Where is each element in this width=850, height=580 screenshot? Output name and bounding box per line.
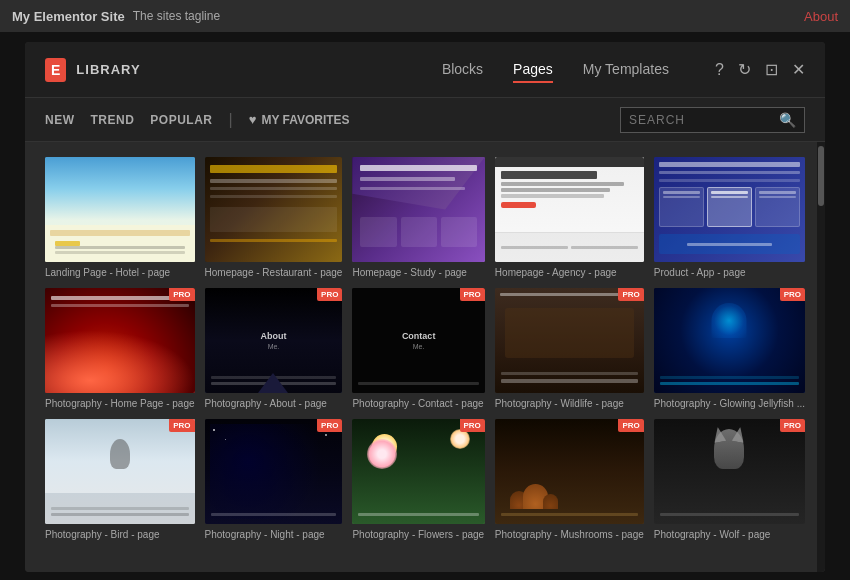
site-title: My Elementor Site	[12, 9, 125, 24]
template-card-night[interactable]: PROPhotography - Night - page	[205, 419, 343, 540]
template-label-wolf: Photography - Wolf - page	[654, 529, 805, 540]
modal-tabs: Blocks Pages My Templates	[396, 57, 715, 83]
template-card-product[interactable]: Product - App - page	[654, 157, 805, 278]
header-icons: ? ↻ ⊡ ✕	[715, 60, 805, 79]
template-label-restaurant: Homepage - Restaurant - page	[205, 267, 343, 278]
search-input[interactable]	[629, 113, 779, 127]
template-card-restaurant[interactable]: Homepage - Restaurant - page	[205, 157, 343, 278]
template-card-photo-jellyfish[interactable]: PROPhotography - Glowing Jellyfish ...	[654, 288, 805, 409]
search-area[interactable]: 🔍	[620, 107, 805, 133]
pro-badge-night: PRO	[317, 419, 342, 432]
filter-separator: |	[229, 111, 233, 129]
template-thumbnail-hotel	[45, 157, 195, 262]
template-label-hotel: Landing Page - Hotel - page	[45, 267, 195, 278]
library-modal: E LIBRARY Blocks Pages My Templates ? ↻ …	[25, 42, 825, 572]
refresh-icon[interactable]: ↻	[738, 60, 751, 79]
elementor-badge: E	[45, 58, 66, 82]
template-card-photo-wildlife[interactable]: PROPhotography - Wildlife - page	[495, 288, 644, 409]
template-card-study[interactable]: Homepage - Study - page	[352, 157, 484, 278]
filter-favorites[interactable]: ♥ MY FAVORITES	[249, 112, 350, 127]
template-card-mushrooms[interactable]: PROPhotography - Mushrooms - page	[495, 419, 644, 540]
template-card-flowers[interactable]: PROPhotography - Flowers - page	[352, 419, 484, 540]
filter-bar: NEW TREND POPULAR | ♥ MY FAVORITES 🔍	[25, 98, 825, 142]
modal-header: E LIBRARY Blocks Pages My Templates ? ↻ …	[25, 42, 825, 98]
pro-badge-photo-jellyfish: PRO	[780, 288, 805, 301]
badge-letter: E	[51, 62, 60, 78]
template-thumbnail-photo-home: PRO	[45, 288, 195, 393]
site-tagline: The sites tagline	[133, 9, 220, 23]
tab-pages[interactable]: Pages	[513, 57, 553, 83]
template-label-flowers: Photography - Flowers - page	[352, 529, 484, 540]
template-label-photo-jellyfish: Photography - Glowing Jellyfish ...	[654, 398, 805, 409]
search-icon: 🔍	[779, 112, 796, 128]
filter-new[interactable]: NEW	[45, 113, 75, 127]
template-label-product: Product - App - page	[654, 267, 805, 278]
template-thumbnail-flowers: PRO	[352, 419, 484, 524]
template-card-bird[interactable]: PROPhotography - Bird - page	[45, 419, 195, 540]
template-thumbnail-photo-wildlife: PRO	[495, 288, 644, 393]
template-card-hotel[interactable]: Landing Page - Hotel - page	[45, 157, 195, 278]
pro-badge-photo-home: PRO	[169, 288, 194, 301]
template-card-photo-contact[interactable]: Contact Me. PROPhotography - Contact - p…	[352, 288, 484, 409]
template-thumbnail-mushrooms: PRO	[495, 419, 644, 524]
filter-trend[interactable]: TREND	[91, 113, 135, 127]
template-card-photo-home[interactable]: PROPhotography - Home Page - page	[45, 288, 195, 409]
pro-badge-photo-wildlife: PRO	[618, 288, 643, 301]
tab-blocks[interactable]: Blocks	[442, 57, 483, 83]
close-icon[interactable]: ✕	[792, 60, 805, 79]
template-card-photo-about[interactable]: About Me. PROPhotography - About - page	[205, 288, 343, 409]
scrollbar-thumb	[818, 146, 824, 206]
template-card-wolf[interactable]: PROPhotography - Wolf - page	[654, 419, 805, 540]
template-label-photo-contact: Photography - Contact - page	[352, 398, 484, 409]
template-label-photo-about: Photography - About - page	[205, 398, 343, 409]
template-thumbnail-product	[654, 157, 805, 262]
help-icon[interactable]: ?	[715, 61, 724, 79]
pro-badge-photo-about: PRO	[317, 288, 342, 301]
library-title: LIBRARY	[76, 62, 395, 77]
heart-icon: ♥	[249, 112, 257, 127]
template-label-mushrooms: Photography - Mushrooms - page	[495, 529, 644, 540]
template-label-photo-home: Photography - Home Page - page	[45, 398, 195, 409]
about-link[interactable]: About	[804, 9, 838, 24]
template-label-night: Photography - Night - page	[205, 529, 343, 540]
template-thumbnail-restaurant	[205, 157, 343, 262]
pro-badge-photo-contact: PRO	[460, 288, 485, 301]
top-bar: My Elementor Site The sites tagline Abou…	[0, 0, 850, 32]
template-label-photo-wildlife: Photography - Wildlife - page	[495, 398, 644, 409]
pro-badge-bird: PRO	[169, 419, 194, 432]
template-card-agency[interactable]: Homepage - Agency - page	[495, 157, 644, 278]
template-label-bird: Photography - Bird - page	[45, 529, 195, 540]
pro-badge-flowers: PRO	[460, 419, 485, 432]
templates-area[interactable]: Landing Page - Hotel - page Homepage - R…	[25, 142, 825, 572]
template-label-agency: Homepage - Agency - page	[495, 267, 644, 278]
template-thumbnail-bird: PRO	[45, 419, 195, 524]
favorites-label: MY FAVORITES	[261, 113, 349, 127]
template-thumbnail-night: PRO	[205, 419, 343, 524]
template-thumbnail-study	[352, 157, 484, 262]
tab-my-templates[interactable]: My Templates	[583, 57, 669, 83]
template-thumbnail-photo-about: About Me. PRO	[205, 288, 343, 393]
pro-badge-mushrooms: PRO	[618, 419, 643, 432]
modal-overlay: E LIBRARY Blocks Pages My Templates ? ↻ …	[0, 32, 850, 580]
template-thumbnail-agency	[495, 157, 644, 262]
pro-badge-wolf: PRO	[780, 419, 805, 432]
templates-grid: Landing Page - Hotel - page Homepage - R…	[45, 157, 805, 540]
filter-popular[interactable]: POPULAR	[150, 113, 212, 127]
template-thumbnail-wolf: PRO	[654, 419, 805, 524]
template-thumbnail-photo-jellyfish: PRO	[654, 288, 805, 393]
template-thumbnail-photo-contact: Contact Me. PRO	[352, 288, 484, 393]
scrollbar[interactable]	[817, 142, 825, 572]
folder-icon[interactable]: ⊡	[765, 60, 778, 79]
template-label-study: Homepage - Study - page	[352, 267, 484, 278]
